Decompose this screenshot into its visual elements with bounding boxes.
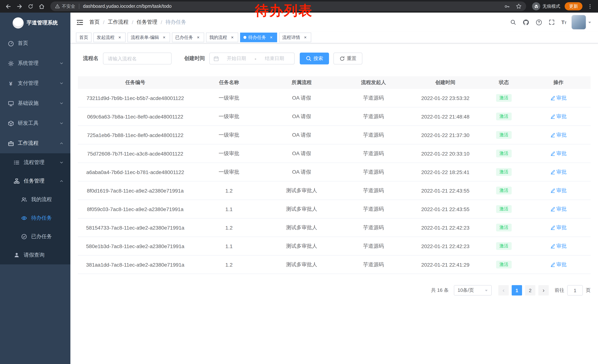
tab-todo-tasks[interactable]: 待办任务× <box>240 32 277 42</box>
close-tab-icon[interactable]: × <box>117 35 122 40</box>
sidebar-item-process-management[interactable]: 流程管理 <box>0 153 70 172</box>
task-name-cell: 1.1 <box>193 243 265 249</box>
chevron-down-icon <box>59 160 64 165</box>
sidebar-item-workflow[interactable]: 工作流程 <box>0 133 70 153</box>
github-icon[interactable] <box>523 19 529 25</box>
yen-icon: ¥ <box>8 81 14 86</box>
approve-link[interactable]: 审批 <box>550 243 567 249</box>
browser-back-icon[interactable] <box>3 1 13 11</box>
initiator-cell: 芋道源码 <box>338 132 409 138</box>
browser-kebab-menu-icon[interactable] <box>585 1 595 11</box>
browser-update-button[interactable]: 更新 <box>565 2 582 10</box>
sidebar-item-leave-query[interactable]: 请假查询 <box>0 246 70 264</box>
tab-initiate-process[interactable]: 发起流程× <box>93 32 126 42</box>
tab-home[interactable]: 首页 <box>76 32 91 42</box>
table-row: 725a1eb6-7b88-11ec-8ef0-acde48001122一级审批… <box>78 126 590 145</box>
column-header: 任务编号 <box>78 79 193 86</box>
app-logo-row[interactable]: 芋道管理系统 <box>0 13 70 33</box>
browser-refresh-icon[interactable] <box>25 1 36 11</box>
start-date-placeholder: 开始日期 <box>220 55 252 62</box>
page-button-2[interactable]: 2 <box>525 285 535 296</box>
search-button[interactable]: 搜索 <box>300 53 329 65</box>
pagination-total: 共 16 条 <box>431 287 449 294</box>
approve-link[interactable]: 审批 <box>550 206 567 212</box>
font-size-icon[interactable]: TT <box>561 20 566 25</box>
eye-icon <box>21 215 27 221</box>
todo-task-table: 任务编号任务名称所属流程流程发起人创建时间状态操作 73211d9d-7b9b-… <box>78 76 590 274</box>
column-header: 所属流程 <box>265 79 338 86</box>
approve-link[interactable]: 审批 <box>550 132 567 138</box>
security-label: 不安全 <box>62 3 75 9</box>
process-cell: 测试多审批人 <box>265 261 338 268</box>
close-tab-icon[interactable]: × <box>196 35 201 40</box>
search-icon[interactable] <box>510 19 516 25</box>
tab-my-processes[interactable]: 我的流程× <box>206 32 238 42</box>
sidebar-item-task-management[interactable]: 任务管理 <box>0 172 70 190</box>
status-badge: 激活 <box>496 261 512 268</box>
dashboard-icon <box>8 40 14 47</box>
task-name-cell: 1.1 <box>193 206 265 212</box>
created-time-cell: 2022-01-21 22:42:23 <box>409 243 482 249</box>
next-page-button[interactable]: › <box>538 285 549 296</box>
task-id-cell: a6aba0a4-7b6d-11ec-b781-acde48001122 <box>78 169 193 175</box>
tabs-bar: 首页发起流程×流程表单-编辑×已办任务×我的流程×待办任务×流程详情× <box>70 32 598 43</box>
tab-process-detail[interactable]: 流程详情× <box>279 32 311 42</box>
table-row: 069c6a63-7b8a-11ec-8ef0-acde48001122一级审批… <box>78 107 590 126</box>
tab-done-tasks[interactable]: 已办任务× <box>172 32 204 42</box>
approve-link[interactable]: 审批 <box>550 95 567 101</box>
approve-link[interactable]: 审批 <box>550 187 567 194</box>
bookmark-star-icon[interactable] <box>516 3 522 9</box>
task-id-cell: 75d72608-7b7f-11ec-a3c8-acde48001122 <box>78 151 193 156</box>
calendar-icon <box>213 56 219 61</box>
task-id-cell: 381aa1dd-7ac8-11ec-a9e2-a2380e71991a <box>78 262 193 267</box>
breadcrumb-item[interactable]: 首页 <box>89 19 100 25</box>
status-cell: 激活 <box>482 168 526 176</box>
fullscreen-icon[interactable] <box>549 19 555 25</box>
sidebar-item-dev-tools[interactable]: 研发工具 <box>0 113 70 133</box>
edit-icon <box>550 170 555 175</box>
approve-link[interactable]: 审批 <box>550 113 567 120</box>
close-tab-icon[interactable]: × <box>230 35 235 40</box>
date-range-picker[interactable]: 开始日期 - 结束日期 <box>209 53 295 65</box>
sidebar-collapse-icon[interactable] <box>76 19 83 25</box>
edit-icon <box>550 225 555 230</box>
page-button-1[interactable]: 1 <box>512 285 522 296</box>
created-time-cell: 2022-01-22 21:48:48 <box>409 113 482 119</box>
help-icon[interactable] <box>536 19 542 25</box>
browser-forward-icon[interactable] <box>14 1 25 11</box>
goto-page-input[interactable] <box>567 285 583 296</box>
sidebar-item-payment-management[interactable]: ¥支付管理 <box>0 73 70 93</box>
sidebar-item-infrastructure[interactable]: 基础设施 <box>0 93 70 113</box>
approve-link[interactable]: 审批 <box>550 150 567 157</box>
close-tab-icon[interactable]: × <box>269 35 274 40</box>
sidebar-item-todo-tasks[interactable]: 待办任务 <box>0 209 70 227</box>
page-size-select[interactable]: 10条/页 <box>454 285 492 296</box>
chevron-down-icon <box>59 121 64 126</box>
sidebar-item-home[interactable]: 首页 <box>0 33 70 53</box>
close-tab-icon[interactable]: × <box>303 35 308 40</box>
task-name-cell: 1.2 <box>193 225 265 231</box>
reset-button[interactable]: 重置 <box>333 53 362 65</box>
process-name-input[interactable] <box>103 53 172 65</box>
sidebar-item-done-tasks[interactable]: 已办任务 <box>0 227 70 246</box>
status-badge: 激活 <box>496 150 512 157</box>
process-cell: OA 请假 <box>265 113 338 120</box>
close-tab-icon[interactable]: × <box>162 35 167 40</box>
breadcrumb-item[interactable]: 工作流程 <box>108 19 129 25</box>
password-key-icon[interactable] <box>504 4 510 9</box>
sidebar-item-system-management[interactable]: 系统管理 <box>0 53 70 73</box>
approve-link[interactable]: 审批 <box>550 224 567 231</box>
table-header-row: 任务编号任务名称所属流程流程发起人创建时间状态操作 <box>78 76 590 89</box>
browser-home-icon[interactable] <box>36 1 47 11</box>
initiator-cell: 芋道源码 <box>338 113 409 120</box>
approve-link[interactable]: 审批 <box>550 169 567 175</box>
user-avatar-menu[interactable] <box>572 15 591 29</box>
status-badge: 激活 <box>496 224 512 231</box>
breadcrumb-item[interactable]: 任务管理 <box>137 19 158 25</box>
sidebar-item-my-processes[interactable]: 我的流程 <box>0 190 70 209</box>
table-row: 75d72608-7b7f-11ec-a3c8-acde48001122一级审批… <box>78 145 590 163</box>
prev-page-button[interactable]: ‹ <box>498 285 509 296</box>
tab-process-form-edit[interactable]: 流程表单-编辑× <box>127 32 170 42</box>
status-cell: 激活 <box>482 224 526 231</box>
approve-link[interactable]: 审批 <box>550 261 567 268</box>
